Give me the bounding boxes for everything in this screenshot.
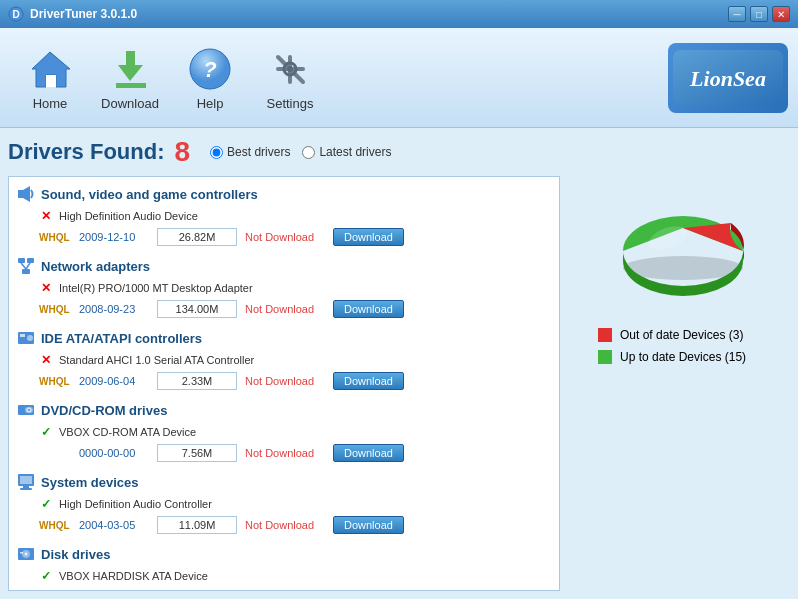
svg-rect-18 bbox=[18, 258, 25, 263]
whql-badge: WHQL bbox=[39, 232, 71, 243]
download-button[interactable]: Download bbox=[333, 372, 404, 390]
svg-rect-24 bbox=[20, 334, 25, 337]
sound-category-icon bbox=[17, 185, 35, 203]
driver-name: Standard AHCI 1.0 Serial ATA Controller bbox=[59, 354, 551, 366]
category-sound: Sound, video and game controllers bbox=[11, 181, 557, 207]
svg-point-13 bbox=[287, 66, 293, 72]
network-category-label: Network adapters bbox=[41, 259, 150, 274]
download-button[interactable]: Download bbox=[333, 444, 404, 462]
best-drivers-option[interactable]: Best drivers bbox=[210, 145, 290, 159]
driver-details-row: WHQL 2008-09-23 134.00M Not Download Dow… bbox=[11, 297, 557, 321]
category-dvd: DVD/CD-ROM drives bbox=[11, 397, 557, 423]
status-ok-icon: ✓ bbox=[39, 587, 53, 590]
drivers-found-title: Drivers Found: bbox=[8, 139, 164, 165]
toolbar: Home Download ? bbox=[0, 28, 798, 128]
ide-category-icon bbox=[17, 329, 35, 347]
close-button[interactable]: ✕ bbox=[772, 6, 790, 22]
svg-rect-16 bbox=[18, 190, 23, 198]
system-category-icon bbox=[17, 473, 35, 491]
status-ok-icon: ✓ bbox=[39, 497, 53, 511]
up-to-date-label: Up to date Devices (15) bbox=[620, 350, 746, 364]
status-ok-icon: ✓ bbox=[39, 425, 53, 439]
driver-date: 2009-12-10 bbox=[79, 231, 149, 243]
out-of-date-color bbox=[598, 328, 612, 342]
window-controls[interactable]: ─ □ ✕ bbox=[728, 6, 790, 22]
driver-dl-status: Not Download bbox=[245, 519, 325, 531]
best-drivers-label: Best drivers bbox=[227, 145, 290, 159]
svg-point-25 bbox=[27, 335, 33, 341]
category-disk: Disk drives bbox=[11, 541, 557, 567]
legend-out-of-date: Out of date Devices (3) bbox=[598, 328, 746, 342]
system-category-label: System devices bbox=[41, 475, 139, 490]
titlebar: D DriverTuner 3.0.1.0 ─ □ ✕ bbox=[0, 0, 798, 28]
svg-line-22 bbox=[26, 263, 30, 269]
driver-name: High Definition Audio Controller bbox=[59, 498, 551, 510]
legend-up-to-date: Up to date Devices (15) bbox=[598, 350, 746, 364]
driver-name: VBOX CD-ROM ATA Device bbox=[59, 426, 551, 438]
latest-drivers-option[interactable]: Latest drivers bbox=[302, 145, 391, 159]
pie-chart bbox=[593, 163, 773, 313]
out-of-date-label: Out of date Devices (3) bbox=[620, 328, 743, 342]
driver-size: 2.33M bbox=[157, 372, 237, 390]
download-toolbar-button[interactable]: Download bbox=[90, 35, 170, 120]
drivers-count: 8 bbox=[174, 136, 190, 168]
help-button[interactable]: ? Help bbox=[170, 35, 250, 120]
whql-badge: WHQL bbox=[39, 376, 71, 387]
driver-name: High Definition Audio Device bbox=[59, 210, 551, 222]
disk-category-icon bbox=[17, 545, 35, 563]
up-to-date-color bbox=[598, 350, 612, 364]
driver-details-row: WHQL 2009-12-10 26.82M Not Download Down… bbox=[11, 225, 557, 249]
download-button[interactable]: Download bbox=[333, 300, 404, 318]
app-title: DriverTuner 3.0.1.0 bbox=[30, 7, 728, 21]
whql-badge: WHQL bbox=[39, 304, 71, 315]
category-ide: IDE ATA/ATAPI controllers bbox=[11, 325, 557, 351]
driver-details-row: WHQL 2009-06-04 2.33M Not Download Downl… bbox=[11, 369, 557, 393]
driver-date: 2009-06-04 bbox=[79, 375, 149, 387]
chart-legend: Out of date Devices (3) Up to date Devic… bbox=[578, 328, 746, 364]
svg-rect-32 bbox=[23, 486, 29, 488]
driver-dl-status: Not Download bbox=[245, 447, 325, 459]
network-category-icon bbox=[17, 257, 35, 275]
content-area: Drivers Found: 8 Best drivers Latest dri… bbox=[0, 128, 798, 599]
maximize-button[interactable]: □ bbox=[750, 6, 768, 22]
download-icon-area bbox=[105, 44, 155, 94]
svg-rect-6 bbox=[116, 83, 146, 88]
driver-size: 26.82M bbox=[157, 228, 237, 246]
svg-text:D: D bbox=[12, 9, 19, 20]
list-item: ✓ Generic Non-PnP Monitor bbox=[11, 585, 557, 590]
status-error-icon: ✕ bbox=[39, 353, 53, 367]
list-item: ✕ Standard AHCI 1.0 Serial ATA Controlle… bbox=[11, 351, 557, 369]
driver-details-row: 0000-00-00 7.56M Not Download Download bbox=[11, 441, 557, 465]
latest-drivers-label: Latest drivers bbox=[319, 145, 391, 159]
latest-drivers-radio[interactable] bbox=[302, 146, 315, 159]
home-button[interactable]: Home bbox=[10, 35, 90, 120]
dvd-category-icon bbox=[17, 401, 35, 419]
settings-button[interactable]: Settings bbox=[250, 35, 330, 120]
download-button[interactable]: Download bbox=[333, 516, 404, 534]
whql-badge: WHQL bbox=[39, 520, 71, 531]
lionsea-logo: LionSea bbox=[668, 43, 788, 113]
status-error-icon: ✕ bbox=[39, 281, 53, 295]
svg-rect-19 bbox=[27, 258, 34, 263]
home-icon-area bbox=[25, 44, 75, 94]
right-panel: Out of date Devices (3) Up to date Devic… bbox=[568, 128, 798, 599]
best-drivers-radio[interactable] bbox=[210, 146, 223, 159]
chart-container bbox=[583, 158, 783, 318]
svg-rect-31 bbox=[20, 476, 32, 484]
list-item: ✕ Intel(R) PRO/1000 MT Desktop Adapter bbox=[11, 279, 557, 297]
driver-date: 2008-09-23 bbox=[79, 303, 149, 315]
disk-category-label: Disk drives bbox=[41, 547, 110, 562]
driver-details-row: WHQL 2004-03-05 11.09M Not Download Down… bbox=[11, 513, 557, 537]
list-item: ✓ VBOX HARDDISK ATA Device bbox=[11, 567, 557, 585]
driver-dl-status: Not Download bbox=[245, 231, 325, 243]
list-item: ✓ High Definition Audio Controller bbox=[11, 495, 557, 513]
svg-point-29 bbox=[28, 409, 30, 411]
dvd-category-label: DVD/CD-ROM drives bbox=[41, 403, 167, 418]
app-icon: D bbox=[8, 6, 24, 22]
drivers-list: Sound, video and game controllers ✕ High… bbox=[9, 177, 559, 590]
left-panel: Drivers Found: 8 Best drivers Latest dri… bbox=[0, 128, 568, 599]
sound-category-label: Sound, video and game controllers bbox=[41, 187, 258, 202]
minimize-button[interactable]: ─ bbox=[728, 6, 746, 22]
svg-point-36 bbox=[25, 553, 28, 556]
download-button[interactable]: Download bbox=[333, 228, 404, 246]
